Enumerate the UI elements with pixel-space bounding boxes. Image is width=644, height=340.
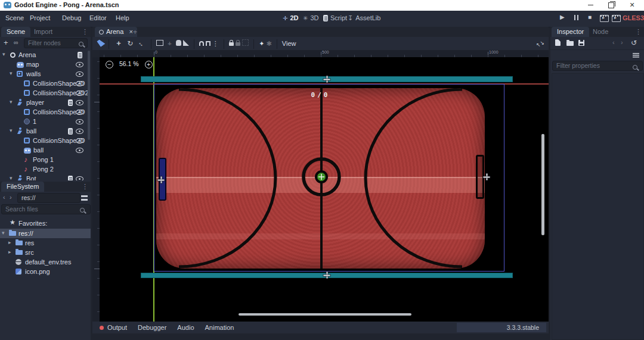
play-custom-scene-button[interactable] [612,15,621,23]
tab-import[interactable]: Import [29,27,58,37]
play-scene-button[interactable] [600,15,609,23]
lock-object-button[interactable] [229,38,234,50]
tree-row-collisionshape2d[interactable]: CollisionShape2D [0,107,87,117]
workspace-script-button[interactable]: Script [323,14,347,21]
play-button[interactable]: ▶ [560,14,565,20]
split-view-button[interactable] [81,195,88,202]
smart-snap-button[interactable] [199,38,204,50]
bottom-tab-output[interactable]: Output [107,324,127,331]
visibility-eye-icon[interactable] [76,109,83,116]
tree-row-1[interactable]: 1 [0,117,87,126]
menu-help[interactable]: Help [116,14,129,21]
select-tool-button[interactable] [98,38,104,50]
zoom-in-button[interactable]: + [145,61,153,68]
search-files-input[interactable] [1,204,91,214]
path-input[interactable] [17,193,80,203]
object-history-icon[interactable]: ↺ [631,39,637,47]
history-forward-button[interactable]: › [621,39,623,46]
add-node-button[interactable]: + [4,38,8,47]
ruler-tool-button[interactable] [183,38,189,50]
history-back-button[interactable]: ‹ [612,39,615,46]
script-badge[interactable] [68,176,73,180]
visibility-eye-icon[interactable] [76,138,83,145]
expand-arrow[interactable] [2,230,5,236]
tree-row-bot[interactable]: Bot [0,174,87,180]
tree-row-collisionshape2d[interactable]: CollisionShape2D [0,136,87,145]
tree-row-arena[interactable]: Arena [0,50,87,60]
pan-tool-button[interactable] [176,38,181,50]
workspace-assetlib-button[interactable]: ↧AssetLib [348,14,380,22]
stop-button[interactable]: ■ [588,14,592,20]
grid-snap-button[interactable] [206,38,210,50]
scene-tree-scrollbar[interactable] [88,51,90,140]
tree-row-map[interactable]: map [0,60,87,69]
move-gizmo[interactable] [324,272,330,279]
load-resource-button[interactable] [566,40,574,47]
move-gizmo[interactable] [158,177,165,183]
dock-menu-icon[interactable]: ⋮ [82,28,88,36]
tree-row-collisionshape2d[interactable]: CollisionShape2D [0,79,87,88]
script-badge[interactable] [68,99,73,107]
zoom-level[interactable]: 56.1 % [119,60,139,67]
renderer-select[interactable]: GLES3▾ [623,14,644,22]
canvas-vertical-scrollbar[interactable] [541,134,544,235]
menu-scene[interactable]: Scene [5,14,24,21]
move-gizmo[interactable] [484,174,490,180]
tree-row-walls[interactable]: walls [0,69,87,79]
visibility-eye-icon[interactable] [76,71,83,78]
pause-button[interactable] [574,15,578,21]
fs-row-default-env[interactable]: default_env.tres [0,257,87,267]
dock-menu-icon[interactable]: ⋮ [82,183,88,191]
tree-row-pong2[interactable]: Pong 2 [0,164,87,174]
tab-arena-scene[interactable]: Arena × [95,27,137,37]
nav-back-button[interactable]: ‹ [3,194,5,201]
menu-project[interactable]: Project [30,14,50,21]
menu-debug[interactable]: Debug [62,14,81,21]
close-tab-icon[interactable]: × [129,28,132,35]
expand-arrow[interactable] [10,70,13,76]
tree-row-collisionshape2d2[interactable]: CollisionShape2D2 [0,88,87,98]
move-gizmo[interactable] [324,76,330,83]
new-scene-tab-button[interactable]: + [133,28,137,36]
tree-row-player[interactable]: player [0,98,87,107]
expand-arrow[interactable] [10,175,13,180]
visibility-eye-icon[interactable] [76,61,83,68]
list-select-tool-button[interactable] [156,38,163,50]
new-resource-button[interactable] [555,39,561,47]
workspace-3d-button[interactable]: ✳3D [303,14,318,21]
2d-canvas[interactable]: 0/0 − 56.1 % + [100,57,549,322]
tree-row-pong1[interactable]: Pong 1 [0,155,87,164]
visibility-eye-icon[interactable] [76,99,83,107]
tab-scene[interactable]: Scene [1,27,30,37]
bone-tool-icon[interactable]: ✦ [259,38,264,50]
nav-forward-button[interactable]: › [10,194,12,201]
snap-options-icon[interactable]: ⋮ [212,38,219,50]
expand-arrow[interactable] [8,239,11,245]
expand-arrow[interactable] [10,127,13,133]
fs-row-icon-png[interactable]: icon.png [0,267,87,276]
menu-editor[interactable]: Editor [89,14,107,21]
zoom-out-button[interactable]: − [106,61,113,68]
visibility-eye-icon[interactable] [76,118,83,126]
dock-menu-icon[interactable]: ⋮ [635,28,642,36]
script-badge[interactable] [78,52,82,60]
visibility-eye-icon[interactable] [76,147,83,154]
visibility-eye-icon[interactable] [76,80,83,88]
minimize-button[interactable] [581,0,599,11]
fs-row-favorites[interactable]: Favorites: [0,219,87,228]
tab-inspector[interactable]: Inspector [552,27,589,37]
expand-arrow[interactable] [10,99,13,105]
scale-tool-button[interactable]: ↔ [134,36,149,51]
skeleton-options-icon[interactable]: ✱ [266,38,271,50]
move-tool-button[interactable]: + [114,37,123,49]
bottom-tab-audio[interactable]: Audio [177,324,194,331]
tree-row-ball-sprite[interactable]: ball [0,145,87,155]
unlock-object-button[interactable] [236,38,240,50]
group-object-button[interactable] [242,38,249,50]
property-tools-icon[interactable] [633,52,639,59]
tab-filesystem[interactable]: FileSystem [1,182,44,192]
filter-properties-input[interactable] [552,61,643,71]
fs-row-res-root[interactable]: res:// [0,229,87,238]
visibility-eye-icon[interactable] [76,176,83,180]
expand-arrow[interactable] [8,249,11,255]
